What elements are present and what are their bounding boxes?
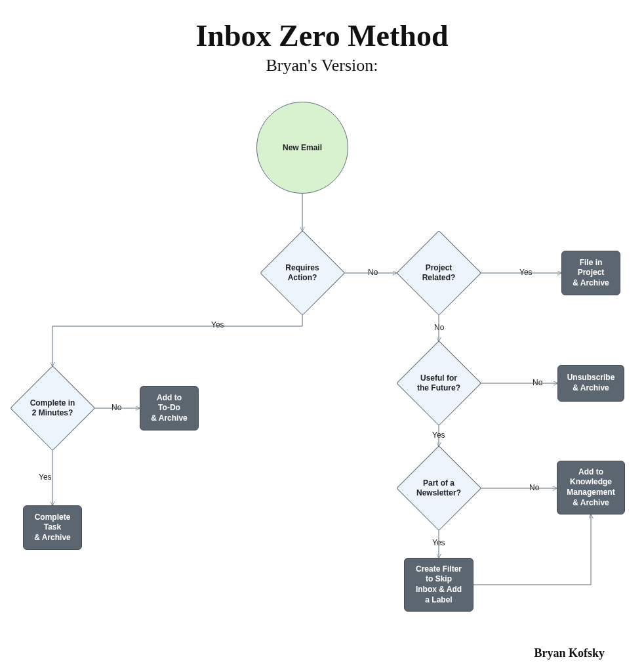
decision-useful-future: Useful forthe Future?	[397, 341, 481, 425]
edge-label-no: No	[528, 483, 540, 492]
decision-useful-future-label: Useful forthe Future?	[405, 373, 472, 393]
edge-label-no: No	[433, 323, 445, 332]
action-create-filter: Create Filterto SkipInbox & Adda Label	[404, 558, 473, 612]
action-unsubscribe: Unsubscribe& Archive	[557, 365, 624, 402]
decision-project-related-label: ProjectRelated?	[405, 263, 472, 283]
decision-two-minutes: Complete in2 Minutes?	[10, 366, 94, 450]
edge-label-no: No	[110, 403, 123, 412]
action-knowledge-management: Add toKnowledgeManagement& Archive	[557, 461, 625, 514]
arrows-layer	[0, 0, 644, 672]
diagram-title: Inbox Zero Method	[0, 18, 644, 53]
edge-label-yes: Yes	[431, 430, 447, 440]
edge-label-no: No	[367, 268, 379, 277]
edge-label-yes: Yes	[518, 268, 534, 277]
flowchart-canvas: Inbox Zero Method Bryan's Version: New E…	[0, 0, 644, 672]
decision-newsletter-label: Part of aNewsletter?	[405, 478, 472, 498]
start-node: New Email	[256, 102, 348, 194]
author-credit: Bryan Kofsky	[534, 646, 605, 660]
diagram-subtitle: Bryan's Version:	[0, 56, 644, 75]
edge-label-no: No	[531, 378, 544, 387]
decision-project-related: ProjectRelated?	[397, 231, 481, 315]
action-file-project: File inProject& Archive	[561, 251, 620, 295]
decision-requires-action: RequiresAction?	[260, 231, 344, 315]
edge-label-yes: Yes	[37, 472, 53, 482]
decision-newsletter: Part of aNewsletter?	[397, 446, 481, 530]
decision-two-minutes-label: Complete in2 Minutes?	[19, 398, 86, 418]
action-add-todo: Add toTo-Do& Archive	[140, 386, 199, 430]
edge-label-yes: Yes	[431, 538, 447, 547]
start-label: New Email	[283, 143, 322, 153]
action-complete-task: CompleteTask& Archive	[23, 505, 82, 550]
decision-requires-action-label: RequiresAction?	[269, 263, 336, 283]
edge-label-yes: Yes	[210, 320, 226, 329]
